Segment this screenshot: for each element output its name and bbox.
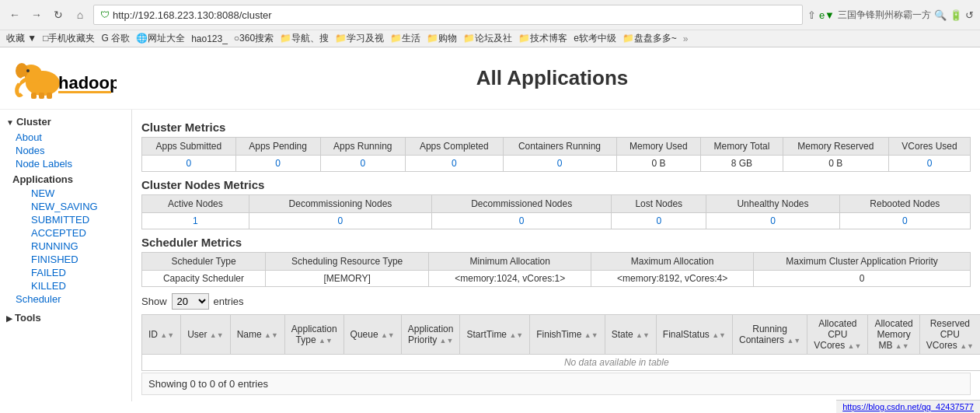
status-bar: https://blog.csdn.net/qq_42437577 — [836, 400, 980, 401]
bookmark-life[interactable]: 📁生活 — [390, 32, 420, 45]
col-memory-reserved: Memory Reserved — [783, 138, 888, 156]
bookmark-phone[interactable]: □手机收藏夹 — [43, 32, 95, 45]
sidebar-item-nodes[interactable]: Nodes — [6, 144, 125, 157]
col-decommissioned-nodes: Decommissioned Nodes — [432, 195, 612, 213]
tools-section-title[interactable]: Tools — [6, 312, 125, 324]
cluster-toggle-icon — [6, 116, 14, 128]
sidebar-item-new[interactable]: NEW — [12, 187, 125, 200]
search-icon[interactable]: 🔍 — [934, 9, 947, 21]
sidebar-item-failed[interactable]: FAILED — [12, 266, 125, 279]
home-button[interactable]: ⌂ — [71, 6, 89, 23]
bookmark-nav[interactable]: 📁导航、搜 — [280, 32, 329, 45]
bookmark-exam[interactable]: e软考中级 — [574, 32, 616, 45]
id-sort-icon[interactable]: ▲▼ — [160, 331, 174, 339]
val-max-allocation: <memory:8192, vCores:4> — [591, 271, 754, 287]
sidebar-item-accepted[interactable]: ACCEPTED — [12, 226, 125, 240]
sidebar-item-new-saving[interactable]: NEW_SAVING — [12, 200, 125, 213]
val-scheduler-type: Capacity Scheduler — [142, 271, 266, 287]
content-area: Cluster Metrics Apps Submitted Apps Pend… — [132, 110, 980, 401]
cluster-nodes-table: Active Nodes Decommissioning Nodes Decom… — [141, 194, 971, 229]
entries-select[interactable]: 10 20 25 50 100 — [172, 293, 209, 310]
queue-sort-icon[interactable]: ▲▼ — [381, 331, 395, 339]
cluster-metrics-table: Apps Submitted Apps Pending Apps Running… — [141, 137, 971, 172]
val-rebooted-nodes: 0 — [839, 213, 970, 229]
start-sort-icon[interactable]: ▲▼ — [509, 331, 523, 339]
reserved-cpu-sort-icon[interactable]: ▲▼ — [960, 342, 974, 350]
col-rebooted-nodes: Rebooted Nodes — [839, 195, 970, 213]
col-apps-running: Apps Running — [320, 138, 406, 156]
bookmark-webdaquan[interactable]: 🌐网址大全 — [136, 32, 185, 45]
bookmark-hao123[interactable]: hao123_ — [191, 33, 228, 44]
cluster-label: Cluster — [16, 116, 51, 128]
back-button[interactable]: ← — [6, 6, 23, 23]
name-sort-icon[interactable]: ▲▼ — [264, 331, 278, 339]
reload-button[interactable]: ↻ — [50, 6, 67, 23]
top-right-text: 三国争锋荆州称霸一方 — [838, 9, 931, 22]
showing-info: Showing 0 to 0 of 0 entries — [141, 373, 971, 395]
svg-rect-5 — [39, 93, 44, 99]
col-unhealthy-nodes: Unhealthy Nodes — [706, 195, 839, 213]
sidebar-item-scheduler[interactable]: Scheduler — [6, 292, 125, 306]
bookmark-shopping[interactable]: 📁购物 — [427, 32, 457, 45]
state-sort-icon[interactable]: ▲▼ — [636, 331, 650, 339]
val-memory-reserved: 0 B — [783, 156, 888, 172]
bookmark-pan[interactable]: 📁盘盘多多~ — [623, 32, 677, 45]
refresh-icon2[interactable]: ↺ — [965, 9, 974, 21]
val-active-nodes: 1 — [142, 213, 249, 229]
val-memory-total: 8 GB — [701, 156, 783, 172]
sidebar-item-killed[interactable]: KILLED — [12, 279, 125, 292]
finish-sort-icon[interactable]: ▲▼ — [584, 331, 598, 339]
priority-sort-icon[interactable]: ▲▼ — [440, 337, 454, 345]
bookmark-tech[interactable]: 📁技术博客 — [518, 32, 567, 45]
applications-label: Applications — [12, 173, 125, 185]
svg-text:hadoop: hadoop — [58, 73, 117, 93]
val-decommissioning-nodes: 0 — [249, 213, 431, 229]
extensions-icon[interactable]: e▼ — [819, 9, 835, 21]
allocated-cpu-sort-icon[interactable]: ▲▼ — [848, 342, 862, 350]
col-vcores: VCores Used — [889, 138, 971, 156]
sidebar-item-running[interactable]: RUNNING — [12, 240, 125, 253]
page-title: All Applications — [124, 66, 980, 90]
applications-table: ID ▲▼ User ▲▼ Name ▲▼ ApplicationType ▲▼… — [141, 314, 980, 371]
address-bar[interactable]: 🛡 — [93, 5, 803, 25]
svg-point-2 — [16, 63, 28, 79]
no-data-row: No data available in table — [142, 355, 981, 371]
val-apps-completed: 0 — [406, 156, 503, 172]
cluster-nodes-data-row: 1 0 0 0 0 0 — [142, 213, 971, 229]
applications-subsection: Applications NEW NEW_SAVING SUBMITTED AC… — [6, 173, 125, 292]
bookmark-360[interactable]: ○360搜索 — [234, 32, 274, 45]
sidebar-item-submitted[interactable]: SUBMITTED — [12, 213, 125, 226]
share-icon[interactable]: ⇧ — [807, 9, 816, 21]
user-sort-icon[interactable]: ▲▼ — [210, 331, 224, 339]
bookmark-study[interactable]: 📁学习及视 — [335, 32, 384, 45]
sidebar-item-nodelabels[interactable]: Node Labels — [6, 157, 125, 170]
val-containers-running: 0 — [503, 156, 616, 172]
app-type-sort-icon[interactable]: ▲▼ — [319, 337, 333, 345]
col-lost-nodes: Lost Nodes — [612, 195, 706, 213]
col-app-type: ApplicationType ▲▼ — [284, 315, 344, 355]
allocated-memory-sort-icon[interactable]: ▲▼ — [895, 342, 909, 350]
col-memory-used: Memory Used — [616, 138, 701, 156]
svg-rect-4 — [31, 93, 37, 99]
bookmark-google[interactable]: G 谷歌 — [101, 32, 130, 45]
tools-group: Tools — [6, 312, 125, 324]
url-input[interactable] — [113, 9, 796, 21]
col-final-status: FinalStatus ▲▼ — [656, 315, 732, 355]
bookmarks-bar: 收藏 ▼ □手机收藏夹 G 谷歌 🌐网址大全 hao123_ ○360搜索 📁导… — [0, 30, 980, 47]
final-status-sort-icon[interactable]: ▲▼ — [712, 331, 726, 339]
col-user: User ▲▼ — [181, 315, 231, 355]
forward-button[interactable]: → — [28, 6, 45, 23]
bookmark-forum[interactable]: 📁论坛及社 — [463, 32, 512, 45]
val-decommissioned-nodes: 0 — [432, 213, 612, 229]
bookmarks-more[interactable]: » — [683, 33, 689, 44]
cluster-metrics-header-row: Apps Submitted Apps Pending Apps Running… — [142, 138, 971, 156]
running-containers-sort-icon[interactable]: ▲▼ — [786, 337, 800, 345]
col-allocated-memory: AllocatedMemoryMB ▲▼ — [868, 315, 919, 355]
col-apps-completed: Apps Completed — [406, 138, 503, 156]
sidebar-item-about[interactable]: About — [6, 131, 125, 144]
col-scheduler-type: Scheduler Type — [142, 253, 266, 271]
cluster-metrics-data-row: 0 0 0 0 0 0 B 8 GB 0 B 0 — [142, 156, 971, 172]
cluster-section-title[interactable]: Cluster — [6, 116, 125, 128]
entries-label: entries — [214, 296, 244, 307]
sidebar-item-finished[interactable]: FINISHED — [12, 253, 125, 266]
